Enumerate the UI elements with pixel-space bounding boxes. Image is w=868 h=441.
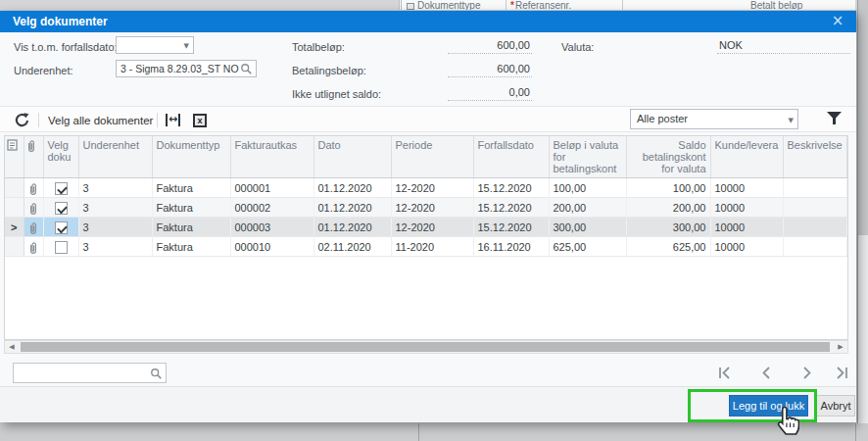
- cell-kunde: 10000: [710, 218, 783, 237]
- currency-value: NOK: [717, 37, 850, 54]
- select-document-cell[interactable]: [43, 218, 78, 237]
- column-header-belop[interactable]: Beløp i valuta for betalingskont: [549, 136, 626, 178]
- cell-periode: 11-2020: [391, 237, 473, 257]
- cell-dokumenttype: Faktura: [152, 218, 230, 237]
- search-icon[interactable]: [240, 63, 253, 77]
- records-filter-select[interactable]: Alle poster ▼: [630, 109, 798, 129]
- attachment-cell[interactable]: [24, 237, 43, 257]
- payment-label: Betalingsbeløp:: [292, 65, 366, 76]
- column-header-velg[interactable]: Velg doku: [43, 136, 78, 178]
- document-checkbox[interactable]: [55, 182, 68, 195]
- paperclip-icon: [26, 139, 36, 153]
- refresh-button[interactable]: [14, 111, 30, 129]
- divider: [855, 423, 856, 441]
- search-icon[interactable]: [150, 368, 163, 382]
- column-header-fakturautkast[interactable]: Fakturautkas: [230, 136, 313, 178]
- cell-belop: 625,00: [549, 237, 626, 257]
- due-date-value: [117, 37, 193, 41]
- background-table-header: Dokumenttype *Referansenr. Betalt beløp: [399, 0, 855, 10]
- paperclip-icon[interactable]: [28, 221, 38, 235]
- document-checkbox[interactable]: [55, 202, 68, 215]
- dialog-titlebar[interactable]: Velg dokumenter ×: [0, 11, 856, 32]
- cell-kunde: 10000: [710, 198, 783, 218]
- attachment-cell[interactable]: [24, 198, 43, 218]
- fit-width-icon: ↔: [166, 114, 180, 126]
- table-row[interactable]: 3Faktura00001002.11.202011-202016.11.202…: [5, 237, 847, 257]
- scrollbar-thumb[interactable]: [21, 342, 830, 352]
- row-indicator: >: [5, 218, 24, 237]
- cell-saldo: 625,00: [626, 237, 710, 257]
- documents-grid: Velg doku Underenhet Dokumenttyp Faktura…: [4, 135, 848, 340]
- scroll-left-icon[interactable]: ◀: [5, 341, 19, 353]
- refresh-icon: [14, 112, 30, 128]
- subaccount-lookup[interactable]: 3 - Sigma 8.29.03_ST NO: [116, 60, 257, 77]
- cell-belop: 300,00: [549, 218, 626, 237]
- background-right-strip-lower: [858, 235, 868, 423]
- table-row[interactable]: >3Faktura00000301.12.202012-202015.12.20…: [5, 218, 847, 237]
- divider: [38, 113, 39, 127]
- scroll-right-icon[interactable]: ▶: [834, 341, 847, 353]
- cancel-button[interactable]: Avbryt: [816, 395, 855, 416]
- background-bottom-strip: [0, 423, 868, 441]
- divider: [506, 0, 506, 10]
- select-all-documents-button[interactable]: Velg alle dokumenter: [48, 111, 153, 129]
- cell-beskrivelse: [783, 237, 847, 257]
- attachment-cell[interactable]: [24, 178, 43, 198]
- payment-value: 600,00: [448, 61, 532, 77]
- file-icon: [407, 3, 414, 10]
- fit-width-button[interactable]: ↔: [166, 111, 180, 129]
- chevron-down-icon[interactable]: ▼: [184, 42, 189, 50]
- cell-fakturautkast: 000010: [230, 237, 313, 257]
- cell-dato: 01.12.2020: [313, 198, 391, 218]
- due-date-select[interactable]: ▼: [116, 36, 194, 54]
- bg-col-betalt-belop: Betalt beløp: [750, 0, 802, 10]
- column-header-dokumenttype[interactable]: Dokumenttyp: [152, 136, 230, 178]
- cell-underenhet: 3: [78, 198, 152, 218]
- chevron-down-icon: ▼: [789, 117, 794, 124]
- first-page-icon: [717, 367, 733, 379]
- search-input[interactable]: [16, 365, 147, 381]
- cell-beskrivelse: [783, 178, 847, 198]
- pager-last-button[interactable]: [832, 367, 851, 382]
- grid-search-box[interactable]: [13, 363, 167, 383]
- select-document-cell[interactable]: [43, 237, 78, 257]
- cell-fakturautkast: 000003: [230, 218, 313, 237]
- last-page-icon: [834, 367, 849, 379]
- records-filter-value: Alle poster: [631, 110, 797, 127]
- dialog-footer: [0, 386, 856, 422]
- paperclip-icon[interactable]: [28, 182, 38, 196]
- add-and-close-button[interactable]: Legg til og lukk: [729, 395, 808, 416]
- column-header-forfallsdato[interactable]: Forfallsdato: [473, 136, 549, 178]
- excel-icon: x: [193, 114, 207, 127]
- paperclip-icon[interactable]: [28, 202, 38, 216]
- cell-belop: 100,00: [549, 178, 626, 198]
- paperclip-icon[interactable]: [28, 241, 38, 255]
- pager-next-button[interactable]: [797, 367, 817, 382]
- select-document-cell[interactable]: [43, 198, 78, 218]
- pager-first-button[interactable]: [715, 367, 735, 382]
- table-row[interactable]: 3Faktura00000201.12.202012-202015.12.202…: [5, 198, 847, 218]
- horizontal-scrollbar[interactable]: ◀ ▶: [4, 340, 848, 354]
- cell-kunde: 10000: [710, 178, 783, 198]
- column-header-dato[interactable]: Dato: [313, 136, 391, 178]
- cell-forfallsdato: 15.12.2020: [473, 218, 549, 237]
- attachment-cell[interactable]: [24, 218, 43, 237]
- cell-periode: 12-2020: [391, 198, 473, 218]
- column-header-saldo[interactable]: Saldo betalingskont for valuta: [626, 136, 710, 178]
- close-icon[interactable]: ×: [829, 12, 846, 29]
- column-header-kunde[interactable]: Kunde/levera: [710, 136, 783, 178]
- cell-fakturautkast: 000002: [230, 198, 313, 218]
- cell-dato: 01.12.2020: [313, 218, 391, 237]
- document-checkbox[interactable]: [55, 221, 68, 234]
- document-checkbox[interactable]: [55, 241, 68, 254]
- cell-underenhet: 3: [78, 178, 152, 198]
- column-header-underenhet[interactable]: Underenhet: [78, 136, 152, 178]
- select-document-cell[interactable]: [43, 178, 78, 198]
- column-header-periode[interactable]: Periode: [391, 136, 473, 178]
- pager-prev-button[interactable]: [756, 367, 776, 382]
- table-row[interactable]: 3Faktura00000101.12.202012-202015.12.202…: [5, 178, 847, 198]
- filter-button[interactable]: [826, 112, 843, 127]
- cell-forfallsdato: 15.12.2020: [473, 178, 549, 198]
- column-header-beskrivelse[interactable]: Beskrivelse: [783, 136, 847, 178]
- export-excel-button[interactable]: x: [193, 111, 207, 129]
